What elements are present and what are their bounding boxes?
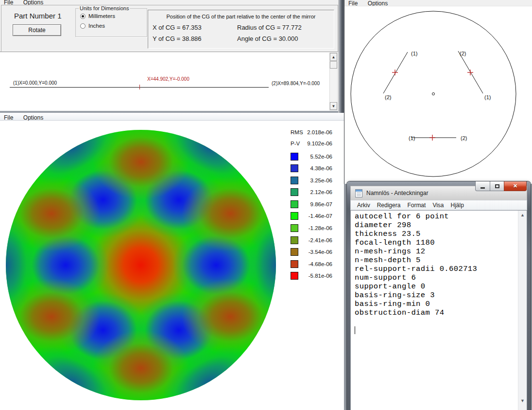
legend-swatch bbox=[291, 200, 298, 208]
notepad-line: num-support 6 bbox=[355, 273, 518, 282]
cg-y-value: Y of CG = 38.886 bbox=[153, 35, 202, 42]
text-caret bbox=[355, 326, 355, 334]
contour-window-menubar: File Options bbox=[0, 113, 344, 121]
scroll-thumb[interactable] bbox=[330, 61, 337, 69]
close-button[interactable]: ✕ bbox=[504, 181, 527, 191]
menu-redigera[interactable]: Redigera bbox=[374, 202, 404, 209]
legend-value: -4.68e-06 bbox=[309, 261, 332, 267]
notepad-line: rel-support-radii 0.602713 bbox=[355, 265, 518, 273]
radio-inches[interactable]: Inches bbox=[80, 23, 105, 29]
legend-swatch bbox=[291, 212, 298, 220]
scroll-up-button[interactable]: ▲ bbox=[518, 211, 527, 219]
menu-options[interactable]: Options bbox=[19, 0, 47, 5]
menu-hjalp[interactable]: Hjälp bbox=[447, 202, 467, 209]
maximize-icon bbox=[495, 184, 499, 188]
radio-millimeters[interactable]: Millimeters bbox=[80, 13, 115, 19]
legend-value: 3.25e-06 bbox=[310, 178, 332, 183]
scroll-down-button[interactable]: ▼ bbox=[518, 396, 527, 405]
notepad-line: basis-ring-min 0 bbox=[355, 300, 518, 308]
radio-millimeters-circle[interactable] bbox=[80, 14, 86, 19]
bar-bottom-end2-label: (2) bbox=[461, 135, 467, 141]
menu-arkiv[interactable]: Arkiv bbox=[354, 202, 374, 209]
caption-buttons: ✕ bbox=[475, 181, 527, 191]
rms-label: RMS bbox=[291, 129, 303, 135]
legend-row: 9.86e-07 bbox=[291, 200, 332, 208]
contour-legend: RMS 2.018e-06 P-V 9.102e-06 5.52e-064.38… bbox=[291, 126, 332, 285]
notepad-line: basis-ring-size 3 bbox=[355, 291, 518, 300]
part-control-panel: Part Number 1 Rotate Units for Dimension… bbox=[1, 5, 338, 52]
notepad-line: obstruction-diam 74 bbox=[355, 308, 518, 317]
menu-options[interactable]: Options bbox=[364, 0, 392, 6]
mirror-deformation-contour bbox=[6, 130, 276, 400]
bar-left-end1-label: (1) bbox=[411, 51, 417, 56]
radio-inches-circle[interactable] bbox=[80, 23, 86, 29]
notepad-vertical-scrollbar[interactable]: ▲ ▼ bbox=[518, 211, 527, 410]
legend-row: -5.81e-06 bbox=[291, 272, 332, 280]
legend-rms-row: RMS 2.018e-06 bbox=[291, 126, 332, 138]
rms-value: 2.018e-06 bbox=[307, 129, 332, 135]
ruler-midpoint-tick bbox=[139, 85, 140, 89]
scroll-down-button[interactable]: ▼ bbox=[330, 102, 337, 110]
legend-swatch bbox=[291, 177, 298, 184]
legend-swatch bbox=[291, 164, 298, 172]
menu-file[interactable]: File bbox=[344, 0, 361, 6]
legend-value: -1.46e-07 bbox=[309, 213, 332, 219]
units-groupbox-title: Units for Dimensions bbox=[79, 5, 130, 11]
center-mark bbox=[432, 93, 435, 95]
menu-format[interactable]: Format bbox=[404, 202, 429, 209]
notepad-line: support-angle 0 bbox=[355, 282, 518, 291]
part-number-label: Part Number 1 bbox=[14, 12, 62, 20]
notepad-text-area[interactable]: autocell for 6 pointdiameter 298thicknes… bbox=[351, 211, 518, 410]
legend-pv-row: P-V 9.102e-06 bbox=[291, 138, 332, 149]
cg-panel: Position of the CG of the part relative … bbox=[148, 10, 334, 49]
legend-row: 4.38e-06 bbox=[291, 165, 332, 172]
legend-value: -2.41e-06 bbox=[309, 237, 332, 243]
bar-right-end1-label: (2) bbox=[460, 51, 466, 56]
legend-row: -1.46e-07 bbox=[291, 213, 332, 220]
notepad-window: Namnlös - Anteckningar ✕ Arkiv Redigera … bbox=[347, 181, 531, 410]
notepad-line: n-mesh-depth 5 bbox=[355, 256, 518, 265]
notepad-title: Namnlös - Anteckningar bbox=[366, 190, 428, 196]
legend-value: 4.38e-06 bbox=[310, 165, 332, 171]
legend-row: -1.28e-06 bbox=[291, 225, 332, 232]
legend-levels: 5.52e-064.38e-063.25e-062.12e-069.86e-07… bbox=[291, 153, 332, 280]
bar-left-end2-label: (2) bbox=[385, 94, 391, 100]
legend-value: -3.54e-06 bbox=[309, 249, 332, 255]
notepad-menubar: Arkiv Redigera Format Visa Hjälp bbox=[350, 200, 527, 210]
legend-swatch bbox=[291, 272, 298, 280]
notepad-client: autocell for 6 pointdiameter 298thicknes… bbox=[350, 210, 527, 410]
minimize-icon bbox=[481, 187, 485, 189]
units-groupbox: Units for Dimensions Millimeters Inches bbox=[75, 8, 147, 37]
legend-row: -2.41e-06 bbox=[291, 236, 332, 244]
part-ruler-canvas: (1)X=0.000,Y=0.000 X=44.902,Y=-0.000 (2)… bbox=[0, 52, 338, 111]
legend-swatch bbox=[291, 153, 298, 160]
legend-swatch bbox=[291, 248, 298, 256]
contour-window: File Options bbox=[0, 113, 344, 410]
rotate-button[interactable]: Rotate bbox=[13, 24, 61, 36]
ruler-point1-label: (1)X=0.000,Y=0.000 bbox=[13, 80, 57, 86]
legend-value: 2.12e-06 bbox=[310, 189, 332, 195]
cell-layout-window: File Options (1) (2) (2) (1) bbox=[344, 0, 532, 184]
notepad-line: thickness 23.5 bbox=[355, 230, 518, 238]
menu-file[interactable]: File bbox=[0, 0, 17, 5]
notepad-line: diameter 298 bbox=[355, 221, 518, 230]
legend-swatch bbox=[291, 236, 298, 244]
pv-label: P-V bbox=[291, 141, 300, 146]
ruler-point2-label: (2)X=89.804,Y=-0.000 bbox=[272, 81, 320, 86]
minimize-button[interactable] bbox=[475, 181, 490, 191]
cg-x-value: X of CG = 67.353 bbox=[153, 24, 202, 31]
cg-angle-value: Angle of CG = 30.000 bbox=[237, 35, 298, 42]
menu-visa[interactable]: Visa bbox=[429, 202, 447, 209]
radio-inches-label: Inches bbox=[88, 23, 105, 29]
notepad-line: n-mesh-rings 12 bbox=[355, 247, 518, 256]
scroll-up-button[interactable]: ▲ bbox=[330, 53, 337, 61]
ruler-vertical-scrollbar[interactable]: ▲ ▼ bbox=[329, 53, 338, 110]
legend-value: -1.28e-06 bbox=[309, 225, 332, 231]
part-window-menubar: File Options bbox=[0, 0, 344, 5]
legend-row: 3.25e-06 bbox=[291, 177, 332, 184]
notepad-line: focal-length 1180 bbox=[355, 238, 518, 247]
maximize-button[interactable] bbox=[490, 181, 504, 191]
cg-panel-title: Position of the CG of the part relative … bbox=[148, 14, 334, 19]
legend-value: 9.86e-07 bbox=[310, 201, 332, 207]
bar-bottom-end1-label: (1) bbox=[409, 135, 415, 141]
